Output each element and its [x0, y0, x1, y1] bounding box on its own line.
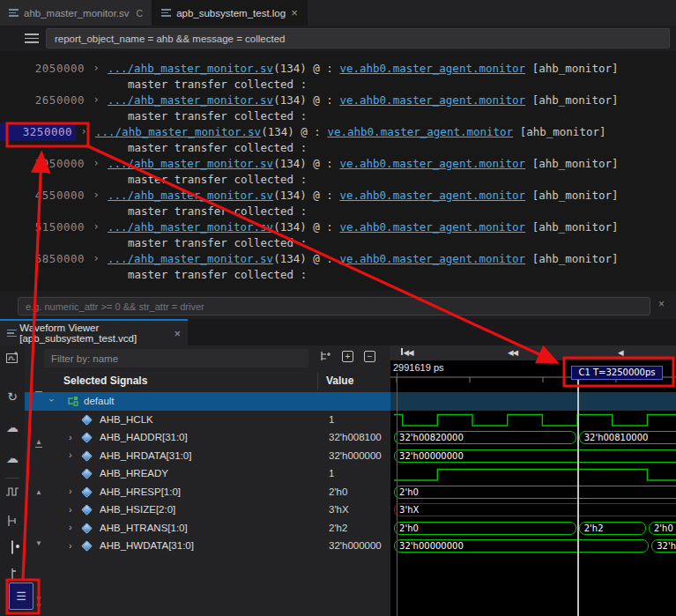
- bus-segment: 32'h00000000: [394, 449, 676, 463]
- scope-link[interactable]: ve.ahb0.master_agent.monitor: [339, 93, 525, 107]
- log-text: (134) @ :: [273, 189, 339, 202]
- log-text: (134) @ :: [273, 62, 339, 75]
- scope-link[interactable]: ve.ahb0.master_agent.monitor: [339, 189, 525, 202]
- step-backward-icon[interactable]: ◀: [618, 348, 623, 357]
- close-tab-icon[interactable]: ×: [174, 328, 181, 339]
- cloud-upload-icon[interactable]: ☁↑: [0, 451, 25, 465]
- chevron-right-icon[interactable]: ›: [69, 522, 72, 532]
- time-origin-line[interactable]: [397, 373, 397, 616]
- signal-row-ahb-hrdata310[interactable]: ›AHB_HRDATA[31:0]32'h000000: [25, 447, 390, 465]
- signal-icon: [81, 432, 93, 443]
- scope-link[interactable]: ve.ahb0.master_agent.monitor: [339, 62, 525, 75]
- log-message: master transfer collected :: [128, 109, 307, 122]
- editor-tab-bar: ahb_master_monitor.sv C apb_subsystem_te…: [0, 0, 676, 26]
- scope-link[interactable]: ve.ahb0.master_agent.monitor: [339, 157, 525, 170]
- expand-chevron-icon[interactable]: ›: [85, 62, 108, 74]
- chevron-right-icon[interactable]: ›: [69, 540, 72, 551]
- signal-row-ahb-hsize20[interactable]: ›AHB_HSIZE[2:0]3'hX: [25, 501, 390, 520]
- log-text: (134) @ :: [273, 157, 339, 170]
- file-link[interactable]: .../ahb_master_monitor.sv: [108, 157, 273, 170]
- wave-lane-ahb-hsize20[interactable]: 3'hX: [390, 501, 676, 520]
- clear-filter-icon[interactable]: ×: [658, 298, 665, 310]
- file-link[interactable]: .../ahb_master_monitor.sv: [108, 62, 273, 75]
- wave-lane-ahb-haddr310[interactable]: 32'h0082000032'h00810000: [390, 429, 676, 448]
- file-link[interactable]: .../ahb_master_monitor.sv: [108, 189, 273, 202]
- signal-value: 32'h008100: [329, 432, 390, 442]
- signal-group-row-default[interactable]: ›default: [25, 392, 390, 411]
- signal-icon: [81, 523, 93, 534]
- tab-apb-subsystem-test-log[interactable]: apb_subsystem_test.log ×: [152, 0, 308, 26]
- file-link[interactable]: .../ahb_master_monitor.sv: [108, 220, 273, 234]
- scope-link[interactable]: ve.ahb0.master_agent.monitor: [339, 220, 525, 234]
- log-message: master transfer collected :: [128, 173, 307, 186]
- chevron-down-icon[interactable]: ›: [47, 398, 57, 402]
- expand-chevron-icon[interactable]: ›: [85, 252, 108, 264]
- close-tab-icon[interactable]: ×: [291, 7, 298, 19]
- log-file-icon: [7, 329, 14, 338]
- chevron-right-icon[interactable]: ›: [69, 449, 72, 460]
- expand-all-icon[interactable]: +: [342, 351, 353, 362]
- file-link[interactable]: .../ahb_master_monitor.sv: [108, 252, 273, 265]
- scope-link[interactable]: ve.ahb0.master_agent.monitor: [339, 252, 525, 265]
- cloud-download-icon[interactable]: ☁↓: [0, 420, 25, 434]
- wave-lane-ahb-hwdata310[interactable]: 32'h0000000032'h00: [390, 538, 676, 556]
- column-divider[interactable]: [317, 373, 318, 390]
- signal-name: AHB_HSIZE[2:0]: [100, 504, 175, 515]
- bus-segment: 32'h00: [651, 539, 676, 553]
- cursor-c1-label: C1 T=3250000ps: [571, 366, 663, 380]
- file-link[interactable]: .../ahb_master_monitor.sv: [95, 125, 261, 138]
- fast-backward-icon[interactable]: ◀◀: [508, 348, 517, 357]
- signal-row-ahb-haddr310[interactable]: ›AHB_HADDR[31:0]32'h008100: [25, 429, 390, 448]
- attribute-filter-input[interactable]: [18, 297, 650, 315]
- scope-link[interactable]: ve.ahb0.master_agent.monitor: [327, 125, 513, 138]
- sync-icon[interactable]: ↻: [0, 390, 25, 404]
- signal-row-ahb-htrans10[interactable]: ›AHB_HTRANS[1:0]2'h2: [25, 519, 390, 538]
- log-message: master transfer collected :: [128, 204, 307, 218]
- cursor-measure-icon[interactable]: [0, 515, 25, 530]
- menu-icon[interactable]: [25, 33, 39, 43]
- log-entry: 4550000›.../ahb_master_monitor.sv(134) @…: [0, 189, 676, 220]
- chevron-right-icon[interactable]: ›: [69, 432, 72, 442]
- signal-filter-input[interactable]: [44, 349, 308, 367]
- wave-lane-ahb-hresp10[interactable]: 2'h0: [390, 483, 676, 501]
- tab-ahb-master-monitor[interactable]: ahb_master_monitor.sv C: [0, 0, 152, 26]
- wave-lane-ahb-htrans10[interactable]: 2'h02'h22'h0: [390, 519, 676, 538]
- log-timestamp: 2050000: [0, 62, 85, 75]
- expand-chevron-icon[interactable]: ›: [72, 125, 95, 137]
- wave-lane-ahb-hclk[interactable]: [390, 411, 676, 429]
- new-wave-view-icon[interactable]: [0, 351, 25, 367]
- group-icon: [67, 396, 79, 408]
- cursor-c1-line[interactable]: [577, 373, 579, 616]
- wave-lane-ahb-hrdata310[interactable]: 32'h00000000: [390, 447, 676, 465]
- bus-segment: 2'h2: [579, 522, 646, 535]
- chevron-right-icon[interactable]: ›: [69, 486, 72, 496]
- expand-chevron-icon[interactable]: ›: [85, 93, 108, 106]
- chevron-right-icon[interactable]: ›: [69, 504, 72, 515]
- pulse-icon[interactable]: [0, 486, 25, 500]
- log-tag: [ahb_monitor]: [525, 93, 618, 107]
- log-message: master transfer collected :: [128, 268, 307, 281]
- signal-row-ahb-hresp10[interactable]: ›AHB_HRESP[1:0]2'h0: [25, 483, 390, 501]
- add-signal-group-icon[interactable]: [320, 350, 332, 365]
- log-tag: [ahb_monitor]: [525, 220, 618, 234]
- signal-row-ahb-hwdata310[interactable]: ›AHB_HWDATA[31:0]32'h000000: [25, 538, 390, 556]
- log-filter-input[interactable]: [46, 28, 670, 48]
- expand-chevron-icon[interactable]: ›: [85, 189, 108, 201]
- record-icon[interactable]: [0, 541, 25, 553]
- log-message: master transfer collected :: [128, 141, 307, 154]
- signal-row-ahb-hready[interactable]: AHB_HREADY1: [25, 465, 390, 484]
- group-band-default[interactable]: [390, 392, 676, 411]
- signal-row-ahb-hclk[interactable]: AHB_HCLK1: [25, 411, 390, 429]
- skip-to-start-icon[interactable]: ◀◀: [401, 348, 413, 357]
- file-link[interactable]: .../ahb_master_monitor.sv: [108, 93, 273, 107]
- wave-lane-ahb-hready[interactable]: [390, 465, 676, 484]
- tab-waveform-viewer[interactable]: Waveform Viewer [apb_subsystem_test.vcd]…: [0, 319, 188, 345]
- wave-canvas[interactable]: ◀◀ ◀◀ ◀ 2991619 ps 32'h0082000032'h00810…: [390, 345, 676, 616]
- log-view[interactable]: 2050000›.../ahb_master_monitor.sv(134) @…: [0, 51, 676, 291]
- marker-icon[interactable]: [0, 568, 25, 583]
- expand-chevron-icon[interactable]: ›: [85, 157, 108, 169]
- wave-toolbar-strip: ↻☁↓☁↑: [0, 345, 25, 616]
- collapse-all-icon[interactable]: −: [364, 351, 375, 362]
- expand-chevron-icon[interactable]: ›: [85, 220, 108, 233]
- signal-value: 32'h000000: [329, 540, 390, 551]
